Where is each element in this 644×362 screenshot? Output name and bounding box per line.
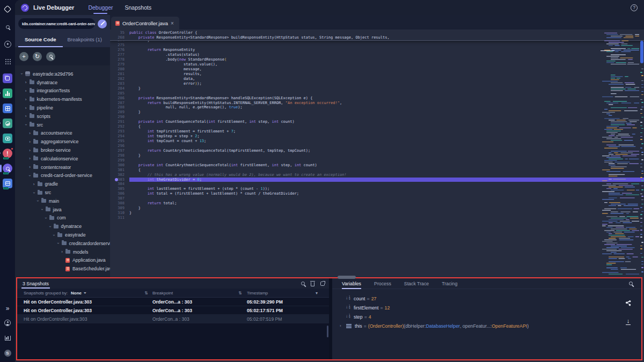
chevron-icon[interactable]: › (56, 241, 61, 246)
search-icon[interactable] (3, 22, 12, 32)
expand-chevron-icon[interactable]: › (340, 323, 346, 328)
chevron-icon[interactable]: › (48, 224, 53, 229)
code-line-303[interactable]: 303int theGreatDivider = 0; (110, 177, 644, 182)
tab-tracing[interactable]: Tracing (442, 278, 457, 289)
chevron-icon[interactable]: › (24, 97, 28, 102)
grouped-by-select[interactable]: None (71, 291, 87, 295)
search-icon[interactable] (301, 282, 305, 285)
snapshot-row[interactable]: Hit on OrderController.java:303 OrderCon… (17, 298, 329, 306)
code-line-275[interactable]: 275 (110, 43, 644, 48)
chevron-icon[interactable]: › (27, 148, 32, 153)
tab-3-snapshots[interactable]: 3 Snapshots (21, 278, 50, 289)
code-line-285[interactable]: 285 (110, 91, 644, 95)
alert-app-icon[interactable]: !NEW (3, 149, 12, 158)
chevron-icon[interactable]: › (32, 190, 36, 195)
code-line-292[interactable]: 292{ (110, 124, 644, 129)
code-line-305[interactable]: 305int lastElement = firstElement + (ste… (110, 187, 644, 191)
chevron-icon[interactable]: › (24, 88, 28, 93)
sort-icon[interactable] (238, 291, 242, 295)
variable-row-step[interactable]: step=4 (340, 312, 641, 321)
help-icon[interactable] (631, 4, 638, 11)
tree-item-basescheduler-java[interactable]: BaseScheduler.java (15, 264, 110, 273)
editor-scrollbar-thumb[interactable] (640, 41, 643, 63)
s-circle-icon[interactable]: S (3, 348, 12, 358)
tree-item-dynatrace[interactable]: ›dynatrace (15, 222, 110, 231)
tab-debugger[interactable]: Debugger (88, 0, 113, 15)
live-debugger-rail-icon[interactable]: NEW (3, 164, 12, 173)
sort-icon[interactable] (144, 291, 148, 295)
column-breakpoint[interactable]: Breakpoint (152, 291, 173, 295)
snapshot-row[interactable]: Hit on OrderController.java:303 OrderCon… (17, 315, 329, 323)
code-line-301[interactable]: 301{ (110, 167, 644, 172)
search-icon[interactable] (629, 282, 633, 285)
code-line-311[interactable]: 311 (110, 216, 644, 220)
share-icon[interactable] (625, 300, 632, 307)
tree-item-models[interactable]: ›models (15, 248, 110, 256)
code-line-309[interactable]: 309} (110, 206, 644, 211)
cube-app-icon[interactable] (3, 73, 12, 83)
code-line-287[interactable]: 287return buildResponseEntity(HttpStatus… (110, 100, 644, 105)
storage-app-icon[interactable]: NEW (3, 179, 12, 188)
code-line-276[interactable]: 276return ResponseEntity (110, 48, 644, 53)
code-line-297[interactable]: 297return CountArythmeticSequenceTotal(t… (110, 148, 644, 153)
code-line-291[interactable]: 291private int CountSequenceTotal(int fi… (110, 120, 644, 124)
code-line-290[interactable]: 290 (110, 115, 644, 120)
code-line-300[interactable]: 300private int CountArythmeticSequenceTo… (110, 162, 644, 167)
chevron-icon[interactable]: › (27, 156, 32, 161)
chevron-icon[interactable]: › (24, 122, 28, 127)
download-icon[interactable]: ↓ (626, 319, 631, 325)
code-line-277[interactable]: 277.status(status) (110, 53, 644, 57)
chevron-icon[interactable]: › (27, 165, 32, 169)
code-line-293[interactable]: 293int tmpFirstElement = firstElement + … (110, 129, 644, 134)
chevron-icon[interactable]: › (24, 114, 28, 119)
chevron-icon[interactable]: › (40, 207, 45, 212)
snapshot-row[interactable]: Hit on OrderController.java:303 OrderCon… (17, 306, 329, 315)
editor-tab-ordercontroller[interactable]: OrderController.java (111, 17, 179, 29)
code-line-280[interactable]: 280message, (110, 67, 644, 72)
code-line-294[interactable]: 294int tmpStep = step + 2; (110, 134, 644, 139)
screen-app-icon[interactable] (3, 134, 12, 143)
code-line-298[interactable]: 298} (110, 153, 644, 158)
tree-item-integrationtests[interactable]: ›integrationTests (15, 87, 110, 95)
chevron-icon[interactable]: › (32, 182, 36, 187)
chevron-icon[interactable]: › (35, 198, 40, 203)
tree-item-src[interactable]: ›src (15, 121, 110, 129)
filter-query-input[interactable]: k8s.container.name:credit-card-order-ser… (18, 18, 95, 29)
sort-desc-icon[interactable] (316, 291, 318, 295)
window-app-icon[interactable] (3, 104, 12, 113)
tab-snapshots[interactable]: Snapshots (125, 0, 152, 15)
tree-item-calculationservice[interactable]: ›calculationservice (15, 154, 110, 163)
tab-source-code[interactable]: Source Code (18, 31, 63, 47)
open-external-icon[interactable] (320, 282, 325, 286)
delete-icon[interactable] (311, 282, 314, 286)
tree-item-creditcardorderservice[interactable]: ›creditcardorderservice (15, 239, 110, 248)
tab-stack-trace[interactable]: Stack Trace (404, 278, 429, 289)
tree-item-contentcreator[interactable]: ›contentcreator (15, 163, 110, 172)
chevron-icon[interactable]: › (60, 249, 64, 254)
code-line-288[interactable]: 288null, null, e.getMessage(), true); (110, 105, 644, 110)
tree-item-java[interactable]: ›java (15, 205, 110, 214)
tree-item-aggregatorservice[interactable]: ›aggregatorservice (15, 137, 110, 146)
tab-breakpoints[interactable]: Breakpoints (1) (63, 31, 107, 47)
snapshots-scrollbar[interactable] (327, 326, 328, 337)
panel-resize-handle[interactable] (338, 276, 356, 279)
tree-item-application-java[interactable]: Application.java (15, 256, 110, 265)
tab-variables[interactable]: Variables (342, 278, 361, 289)
sphere-app-icon[interactable] (3, 119, 12, 128)
tree-item-pipeline[interactable]: ›pipeline (15, 104, 110, 112)
tree-item-src[interactable]: ›src (15, 188, 110, 197)
tree-item-gradle[interactable]: ›gradle (15, 180, 110, 188)
charts-app-icon[interactable] (3, 88, 12, 98)
breakpoint-dot[interactable] (115, 178, 118, 181)
minimap[interactable] (601, 30, 639, 277)
tree-item-dynatrace[interactable]: ›dynatrace (15, 78, 110, 87)
code-line-278[interactable]: 278.body(new StandardResponse( (110, 57, 644, 62)
close-tab-icon[interactable] (171, 20, 174, 26)
code-line-304[interactable]: 304 (110, 182, 644, 187)
variable-row-firstElement[interactable]: firstElement=12 (340, 303, 641, 312)
dynatrace-logo[interactable] (3, 4, 12, 14)
code-line-268[interactable]: 268private ResponseEntity<StandardRespon… (110, 35, 644, 40)
code-line-283[interactable]: 283error)); (110, 81, 644, 86)
code-line-279[interactable]: 279status.value(), (110, 62, 644, 67)
code-line-308[interactable]: 308return total; (110, 201, 644, 206)
